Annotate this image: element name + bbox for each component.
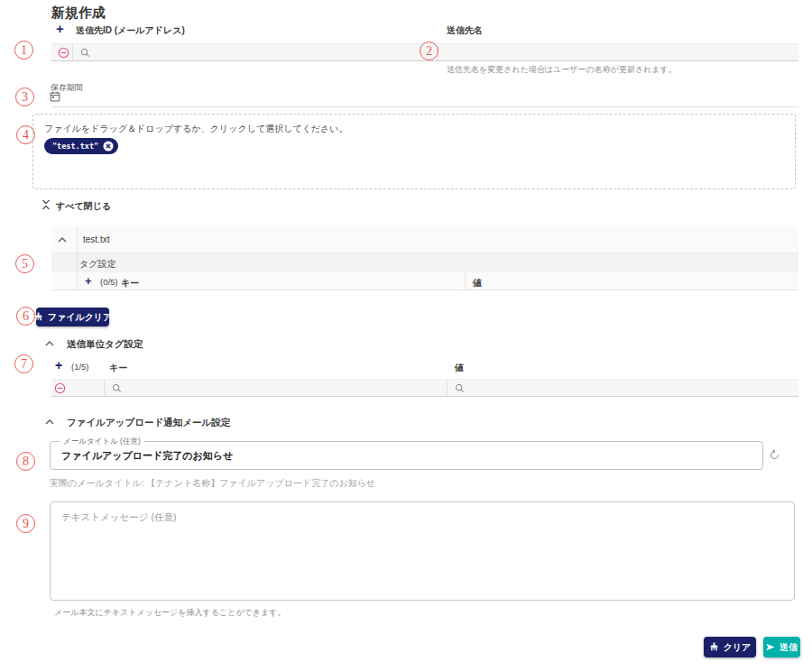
column-divider [104,380,105,396]
annotation-badge-3: 3 [15,87,34,106]
tag-header-row: + (0/5) キー 値 [51,272,798,290]
file-tag-key-header: キー [121,277,139,290]
recipient-id-column-header: 送信先ID (メールアドレス) [76,24,185,37]
file-row: test.txt [51,226,798,253]
annotation-badge-9: 9 [16,514,35,533]
add-file-tag-button[interactable]: + [85,275,92,287]
column-divider [447,380,448,396]
clear-button-label: クリア [724,641,752,654]
remove-unit-tag-icon[interactable] [54,382,66,394]
unit-tag-key-search-input[interactable] [112,383,122,393]
annotation-badge-1: 1 [14,41,33,60]
unit-tags-section-title: 送信単位タグ設定 [67,338,143,351]
add-unit-tag-button[interactable]: + [55,359,62,372]
mail-subject-label: メールタイトル (任意) [60,437,144,447]
unit-tag-value-search-input[interactable] [455,383,465,393]
dropzone-instruction: ファイルをドラッグ＆ドロップするか、クリックして選択してください。 [44,123,348,135]
new-creation-page: 1 2 3 4 5 6 7 8 9 新規作成 + 送信先ID (メールアドレス)… [0,0,812,671]
file-tag-table: test.txt タグ設定 + (0/5) キー 値 [51,226,798,290]
unit-tag-key-header: キー [109,362,127,374]
collapse-unit-tags-chevron-icon[interactable] [45,341,54,346]
unit-tag-count: (1/5) [71,362,89,372]
send-button-label: 送信 [780,641,798,654]
recipient-id-search-input[interactable] [80,48,90,58]
file-tag-count: (0/5) [100,277,118,287]
annotation-badge-6: 6 [16,307,35,326]
mail-message-helper: メール本文にテキストメッセージを挿入することができます。 [54,607,285,619]
collapse-file-chevron-icon[interactable] [58,237,67,243]
page-title: 新規作成 [51,5,106,22]
file-clear-label: ファイルクリア [48,311,113,324]
file-name: test.txt [83,234,109,244]
add-recipient-button[interactable]: + [56,22,64,35]
retention-underline [51,106,798,107]
collapse-all-icon[interactable] [42,199,51,210]
mail-message-textarea[interactable] [50,501,795,601]
file-tag-value-header: 値 [473,277,482,290]
tag-section-row: タグ設定 [51,253,798,272]
annotation-badge-7: 7 [14,354,33,373]
file-clear-button[interactable]: ファイルクリア [36,308,109,326]
remove-recipient-icon[interactable] [58,47,69,59]
send-button[interactable]: 送信 [763,637,800,657]
column-divider [72,44,73,60]
mail-settings-section-title: ファイルアップロード通知メール設定 [67,417,230,429]
tag-section-label: タグ設定 [79,258,115,271]
unit-tag-row [51,379,798,397]
annotation-badge-4: 4 [16,125,35,144]
collapse-mail-settings-chevron-icon[interactable] [45,419,54,425]
clear-button[interactable]: クリア [704,637,756,657]
send-icon [766,643,775,651]
mail-subject-field: メールタイトル (任意) [50,441,763,470]
mail-subject-helper: 実際のメールタイトル: 【テナント名称】ファイルアップロード完了のお知らせ [50,477,375,490]
file-dropzone[interactable]: ファイルをドラッグ＆ドロップするか、クリックして選択してください。 "test.… [32,114,796,189]
mail-subject-input[interactable] [51,442,762,469]
file-chip-label: "test.txt" [52,142,98,151]
column-divider [465,272,466,290]
collapse-all-label[interactable]: すべて閉じる [56,200,111,213]
brush-icon [709,642,719,652]
recipient-name-input[interactable] [441,44,798,60]
annotation-badge-5: 5 [15,254,34,273]
annotation-badge-8: 8 [16,452,35,471]
unit-tag-value-header: 値 [455,362,464,374]
annotation-badge-2: 2 [420,41,438,60]
calendar-icon[interactable] [50,91,60,102]
reset-subject-icon[interactable] [769,449,780,461]
remove-file-icon[interactable] [103,141,114,152]
column-divider [77,226,78,290]
recipient-name-column-header: 送信先名 [447,24,483,37]
recipient-name-helper: 送信先名を変更された場合はユーザーの名称が更新されます。 [447,64,677,76]
file-chip: "test.txt" [44,138,118,154]
